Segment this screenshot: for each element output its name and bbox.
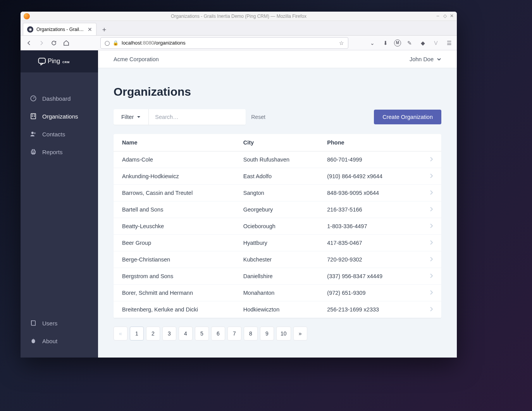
page-5[interactable]: 5 (195, 327, 209, 340)
svg-rect-0 (38, 58, 45, 63)
page-2[interactable]: 2 (146, 327, 160, 340)
chevron-right-icon (421, 223, 433, 229)
sidebar-item-label: About (42, 338, 57, 344)
page-10[interactable]: 10 (276, 327, 291, 340)
table-row[interactable]: Barrows, Cassin and TreutelSangton848-93… (114, 185, 441, 201)
browser-tab[interactable]: ◉ Organizations - Grails Inert ✕ (23, 23, 96, 35)
window-maximize-button[interactable]: ◇ (442, 13, 448, 19)
sidebar-item-about[interactable]: About (21, 332, 98, 350)
extension-icon-wand[interactable]: ✎ (405, 38, 414, 48)
hamburger-menu-icon[interactable]: ☰ (444, 38, 454, 48)
page-7[interactable]: 7 (227, 327, 241, 340)
table-row[interactable]: Beatty-LeuschkeOcieborough1-803-336-4497 (114, 218, 441, 235)
url-bar[interactable]: ◯ 🔒 localhost:8080/organizations ☆ (100, 37, 348, 49)
cell-city: South Rufushaven (243, 156, 327, 163)
cell-phone: (972) 651-9309 (327, 290, 421, 296)
app-sidebar: Ping CRM DashboardOrganizationsContactsR… (21, 50, 98, 358)
browser-tab-strip: ◉ Organizations - Grails Inert ✕ + (21, 21, 457, 36)
table-row[interactable]: Borer, Schmitt and HermannMonahanton(972… (114, 285, 441, 301)
reset-link[interactable]: Reset (251, 114, 265, 120)
cell-phone: (910) 864-6492 x9644 (327, 173, 421, 179)
sidebar-item-organizations[interactable]: Organizations (21, 107, 98, 125)
cell-name: Borer, Schmitt and Hermann (122, 290, 243, 296)
sidebar-item-contacts[interactable]: Contacts (21, 125, 98, 143)
filter-button[interactable]: Filter (114, 109, 149, 125)
table-row[interactable]: Ankunding-HodkiewiczEast Adolfo(910) 864… (114, 168, 441, 185)
search-input[interactable] (149, 109, 246, 125)
new-tab-button[interactable]: + (99, 24, 110, 35)
svg-text:Ping: Ping (48, 57, 60, 64)
chevron-down-icon (437, 57, 441, 62)
nav-back-button[interactable] (24, 38, 34, 48)
window-close-button[interactable]: ✕ (449, 13, 455, 19)
book-icon (30, 320, 37, 327)
extension-icon-v[interactable]: V (431, 38, 441, 48)
chevron-right-icon (421, 190, 433, 196)
apple-icon (30, 337, 37, 344)
app-logo[interactable]: Ping CRM (21, 50, 98, 72)
table-row[interactable]: Breitenberg, Kerluke and DickiHodkiewicz… (114, 301, 441, 318)
cell-city: Kubchester (243, 256, 327, 263)
sidebar-item-dashboard[interactable]: Dashboard (21, 89, 98, 107)
cell-phone: (337) 956-8347 x4449 (327, 273, 421, 279)
table-row[interactable]: Berge-ChristiansenKubchester720-920-9302 (114, 251, 441, 268)
page-3[interactable]: 3 (162, 327, 176, 340)
cell-name: Bergstrom and Sons (122, 273, 243, 279)
nav-reload-button[interactable] (48, 38, 59, 48)
tab-close-button[interactable]: ✕ (88, 26, 92, 33)
svg-rect-8 (34, 116, 35, 117)
svg-rect-12 (32, 150, 34, 151)
user-menu[interactable]: John Doe (410, 56, 441, 62)
table-header: Name City Phone (114, 134, 441, 151)
app-main: Acme Corporation John Doe Organizations … (98, 50, 457, 358)
cell-name: Ankunding-Hodkiewicz (122, 173, 243, 179)
svg-point-9 (31, 132, 34, 134)
table-row[interactable]: Adams-ColeSouth Rufushaven860-701-4999 (114, 151, 441, 168)
pagination: «12345678910» (114, 327, 441, 340)
cell-name: Beer Group (122, 240, 243, 246)
table-row[interactable]: Bartell and SonsGeorgebury216-337-5166 (114, 201, 441, 218)
page-prev[interactable]: « (114, 327, 127, 340)
user-name: John Doe (410, 56, 434, 62)
extension-icon-cube[interactable]: ◆ (418, 38, 427, 48)
breadcrumb-org[interactable]: Acme Corporation (114, 56, 159, 62)
svg-rect-4 (31, 113, 36, 119)
window-minimize-button[interactable]: – (435, 13, 441, 19)
page-4[interactable]: 4 (179, 327, 193, 340)
page-9[interactable]: 9 (260, 327, 274, 340)
cell-phone: 848-936-9095 x0644 (327, 190, 421, 196)
svg-text:CRM: CRM (62, 60, 70, 64)
gauge-icon (30, 95, 37, 102)
firefox-icon (24, 13, 30, 19)
svg-rect-7 (32, 116, 33, 117)
table-row[interactable]: Beer GroupHyattbury417-835-0467 (114, 235, 441, 251)
nav-forward-button[interactable] (36, 38, 47, 48)
url-path: /organizations (154, 40, 186, 46)
cell-city: Hodkiewiczton (243, 306, 327, 313)
cell-name: Barrows, Cassin and Treutel (122, 190, 243, 196)
chevron-right-icon (421, 290, 433, 296)
cell-phone: 417-835-0467 (327, 240, 421, 246)
pocket-icon[interactable]: ⌄ (368, 38, 377, 48)
app-topbar: Acme Corporation John Doe (98, 50, 457, 68)
extension-icon-m[interactable]: M (394, 40, 401, 46)
nav-home-button[interactable] (61, 38, 72, 48)
create-organization-button[interactable]: Create Organization (374, 110, 441, 124)
cell-city: Daniellshire (243, 273, 327, 279)
table-row[interactable]: Bergstrom and SonsDaniellshire(337) 956-… (114, 268, 441, 285)
cell-city: Hyattbury (243, 240, 327, 246)
filter-search-group: Filter (114, 109, 246, 125)
page-8[interactable]: 8 (244, 327, 258, 340)
page-1[interactable]: 1 (130, 327, 144, 340)
sidebar-item-users[interactable]: Users (21, 314, 98, 332)
users-icon (30, 131, 37, 138)
bookmark-star-icon[interactable]: ☆ (339, 40, 344, 46)
page-next[interactable]: » (293, 327, 307, 340)
ping-crm-logo: Ping CRM (38, 56, 81, 67)
th-city: City (243, 139, 327, 146)
sidebar-item-reports[interactable]: Reports (21, 143, 98, 161)
browser-navbar: ◯ 🔒 localhost:8080/organizations ☆ ⌄ ⬇ M… (21, 36, 457, 50)
page-6[interactable]: 6 (211, 327, 225, 340)
downloads-icon[interactable]: ⬇ (381, 38, 390, 48)
caret-down-icon (137, 115, 141, 119)
